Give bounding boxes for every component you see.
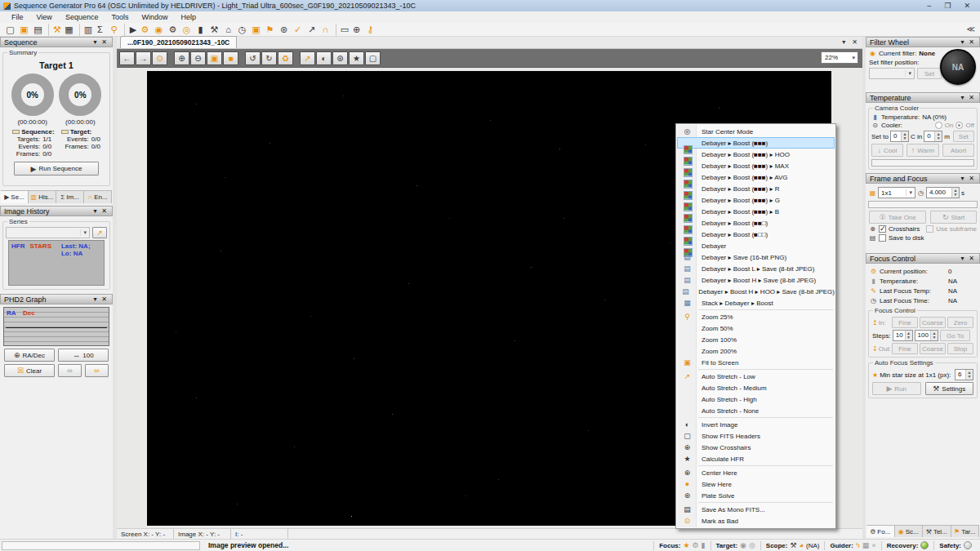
menu-mark-as-bad[interactable]: ⊙ Mark as Bad (677, 515, 835, 527)
menu-debayer-boost-max[interactable]: Debayer ▸ Boost (■■■) ▸ MAX (677, 160, 835, 171)
temperature-icon[interactable]: ▮ (194, 24, 207, 36)
menu-tools[interactable]: Tools (105, 13, 135, 21)
menu-auto-stretch-high[interactable]: Auto Stretch - High (677, 393, 835, 405)
take-one-button[interactable]: ①Take One (869, 211, 926, 224)
control-panel-icon[interactable]: ⚙ (138, 24, 152, 36)
menu-show-crosshairs[interactable]: ⊕ Show Crosshairs (677, 442, 835, 453)
set-temp-spinner[interactable]: 0▲▼ (890, 131, 909, 142)
nav-back-button[interactable]: ← (119, 51, 135, 65)
flag-icon[interactable]: ⚑ (263, 24, 277, 36)
menu-debayer-save-png[interactable]: ▤ Debayer ▸ Save (16-bit PNG) (677, 251, 835, 263)
menu-auto-stretch-low[interactable]: ↗ Auto Stretch - Low (677, 371, 835, 382)
toolbar-collapse-icon[interactable]: ≪ (967, 24, 975, 33)
cooler-off-radio[interactable] (956, 122, 963, 129)
search-icon[interactable]: ⚲ (107, 24, 121, 36)
out-fine-button[interactable]: Fine (892, 343, 918, 354)
menu-window[interactable]: Window (135, 13, 174, 21)
menu-debayer-boost-g[interactable]: Debayer ▸ Boost (■■■) ▸ G (677, 194, 835, 206)
start-button[interactable]: ↻Start (930, 211, 977, 224)
menu-sequence[interactable]: Sequence (59, 13, 105, 21)
use-subframe-checkbox[interactable] (926, 225, 933, 233)
panel-close-icon[interactable]: ✕ (100, 38, 109, 47)
plate-solve-icon[interactable]: ⊛ (277, 24, 291, 36)
menu-stack-debayer-boost[interactable]: ▦ Stack ▸ Debayer ▸ Boost (677, 297, 835, 309)
observatory-icon[interactable]: ⌂ (221, 24, 235, 36)
menu-file[interactable]: File (5, 13, 30, 21)
tab-focus[interactable]: ⚙ Fo... (866, 526, 895, 537)
save-to-disk-checkbox[interactable] (879, 234, 886, 242)
warm-button[interactable]: ↑Warm (906, 144, 940, 157)
link-settings-button[interactable]: ∞ (85, 364, 109, 377)
crosshair-icon[interactable]: ⊕ (350, 24, 363, 36)
series-select[interactable]: ▾ (6, 227, 90, 238)
menu-debayer-boost-h-hoo-save-jpeg[interactable]: ▤ Debayer ▸ Boost H ▸ HOO ▸ Save (8-bit … (677, 286, 835, 297)
rotate-ccw-button[interactable]: ↺ (245, 51, 261, 65)
binning-select[interactable]: 1x1▾ (878, 187, 915, 198)
invert-image-button[interactable]: ◐ (316, 51, 332, 65)
tools-icon[interactable]: ⚒ (48, 24, 62, 36)
in-coarse-button[interactable]: Coarse (920, 317, 946, 328)
menu-debayer-boost-3[interactable]: Debayer ▸ Boost (■■■) (677, 137, 835, 149)
exposure-spinner[interactable]: 4.000▲▼ (926, 187, 960, 198)
timer-icon[interactable]: ◷ (235, 24, 249, 36)
set-temp-button[interactable]: Set (953, 131, 974, 142)
guider-icon[interactable]: ∩ (318, 24, 332, 36)
menu-debayer-boost-avg[interactable]: Debayer ▸ Boost (■■■) ▸ AVG (677, 171, 835, 183)
menu-debayer-boost-1[interactable]: Debayer ▸ Boost (■□□) (677, 229, 835, 240)
menu-zoom-25[interactable]: ⚲ Zoom 25% (677, 311, 835, 322)
zoom-out-button[interactable]: ⊖ (190, 51, 206, 65)
ra-dec-button[interactable]: ⊕RA/Dec (4, 349, 55, 362)
calculate-hfr-button[interactable]: ★ (349, 51, 364, 65)
zoom-level-select[interactable]: 22% ▾ (821, 51, 858, 64)
menu-plate-solve[interactable]: ⊛ Plate Solve (677, 490, 835, 501)
show-crosshairs-button[interactable]: ⊛ (332, 51, 348, 65)
steps-fine-spinner[interactable]: 10▲▼ (893, 330, 913, 341)
menu-debayer-boost-2[interactable]: Debayer ▸ Boost (■■□) (677, 217, 835, 229)
save-sequence-icon[interactable]: ▤ (31, 24, 45, 36)
run-sequence-icon[interactable]: ▶ (124, 24, 138, 36)
cooler-on-radio[interactable] (935, 122, 942, 129)
tab-scope[interactable]: ◉ Sc... (895, 526, 924, 537)
menu-invert-image[interactable]: ◐ Invert Image (677, 419, 835, 430)
in-fine-button[interactable]: Fine (892, 317, 918, 328)
actual-size-button[interactable]: ■ (223, 51, 238, 65)
menu-debayer-boost-b[interactable]: Debayer ▸ Boost (■■■) ▸ B (677, 206, 835, 217)
set-filter-button[interactable]: Set (917, 68, 942, 79)
camera-icon[interactable]: ▣ (249, 24, 263, 36)
new-sequence-icon[interactable]: ▢ (3, 24, 17, 36)
panel-close-icon[interactable]: ✕ (967, 174, 976, 184)
check-icon[interactable]: ✓ (291, 24, 305, 36)
min-star-size-spinner[interactable]: 6▲▼ (955, 369, 973, 380)
clear-button[interactable]: ☒Clear (4, 364, 55, 377)
mark-bad-button[interactable]: ⊙ (152, 51, 167, 65)
menu-zoom-100[interactable]: Zoom 100% (677, 334, 835, 345)
panel-close-icon[interactable]: ✕ (100, 207, 109, 216)
refresh-button[interactable]: ♻ (278, 51, 293, 65)
menu-debayer-boost-l-save-jpeg[interactable]: ▤ Debayer ▸ Boost L ▸ Save (8-bit JPEG) (677, 263, 835, 274)
abort-button[interactable]: Abort (942, 144, 974, 157)
stop-button[interactable]: Stop (947, 343, 973, 354)
tab-telescope[interactable]: ⚒ Tel... (923, 526, 951, 537)
panel-collapse-icon[interactable]: ▾ (91, 207, 100, 216)
panel-close-icon[interactable]: ✕ (967, 38, 976, 47)
panel-collapse-icon[interactable]: ▾ (958, 254, 967, 264)
tab-environment[interactable]: ∩ En... (84, 191, 112, 203)
tab-list-icon[interactable]: ▾ (842, 38, 845, 46)
camera-monitor-icon[interactable]: ▦ (62, 24, 76, 36)
panel-collapse-icon[interactable]: ▾ (91, 38, 100, 47)
equipment-icon[interactable]: ⚒ (207, 24, 221, 36)
menu-auto-stretch-medium[interactable]: Auto Stretch - Medium (677, 382, 835, 393)
out-coarse-button[interactable]: Coarse (920, 343, 946, 354)
panel-collapse-icon[interactable]: ▾ (91, 295, 100, 304)
autofocus-settings-button[interactable]: ⚒Settings (925, 382, 974, 395)
run-sequence-button[interactable]: ▶ Run Sequence (14, 162, 99, 176)
sigma-stack-icon[interactable]: Σ (93, 24, 107, 36)
zoom-in-button[interactable]: ⊕ (174, 51, 189, 65)
rotate-cw-button[interactable]: ↻ (261, 51, 277, 65)
menu-zoom-200[interactable]: Zoom 200% (677, 345, 835, 357)
link-guider-button[interactable]: ∞ (58, 364, 82, 377)
image-document-tab[interactable]: ...0F190_20210509021343_-10C (120, 36, 237, 48)
menu-auto-stretch-none[interactable]: Auto Stretch - None (677, 405, 835, 416)
minimize-button[interactable]: – (927, 2, 931, 10)
menu-show-fits-headers[interactable]: ▢ Show FITS Headers (677, 430, 835, 442)
